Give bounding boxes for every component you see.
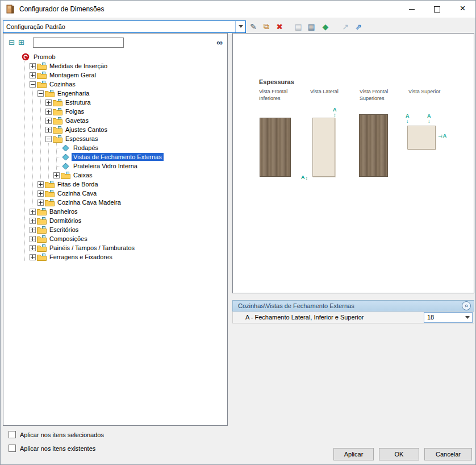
tree-expander-minus[interactable] — [28, 80, 36, 89]
tree-expander-plus[interactable] — [44, 116, 52, 125]
tools-icon[interactable]: ⇗ — [353, 20, 364, 33]
tree-item-label[interactable]: Fitas de Borda — [56, 180, 100, 188]
tree-item-label[interactable]: Ajustes Cantos — [64, 126, 109, 134]
collapse-section-button[interactable] — [462, 301, 471, 310]
apply-selected-checkbox[interactable] — [9, 431, 16, 438]
tree-item-label[interactable]: Cozinha Cava Madeira — [56, 198, 123, 206]
tree-expander-plus[interactable] — [36, 189, 44, 198]
tree-item-prateleira-vidro-interna[interactable]: Prateleira Vidro Interna — [3, 161, 227, 171]
tree-item-label[interactable]: Composições — [48, 235, 89, 243]
tree-item-label[interactable]: Escritórios — [48, 226, 80, 234]
tree-item-cozinhas[interactable]: Cozinhas — [3, 80, 227, 89]
tree-item-label[interactable]: Cozinha Cava — [56, 189, 98, 197]
tree-expander-plus[interactable] — [44, 125, 52, 134]
tree-expander-plus[interactable] — [44, 107, 52, 116]
maximize-button[interactable] — [424, 1, 450, 18]
tree-indent — [36, 171, 44, 180]
tree-indent — [20, 198, 28, 207]
tree-item-medidas-de-insercao[interactable]: Medidas de Inserção — [3, 61, 227, 70]
tree-expander-minus[interactable] — [44, 134, 52, 143]
tree-item-label[interactable]: Prateleira Vidro Interna — [72, 162, 139, 170]
tree-item-cozinha-cava[interactable]: Cozinha Cava — [3, 189, 227, 198]
tree-item-label[interactable]: Caixas — [72, 171, 94, 179]
dimension-marker: A — [333, 107, 337, 117]
tree-item-engenharia[interactable]: Engenharia — [3, 89, 227, 98]
dim-letter: A — [443, 134, 447, 139]
tree-item-espessuras[interactable]: Espessuras — [3, 134, 227, 143]
tree-expander-plus[interactable] — [28, 61, 36, 70]
minimize-button[interactable] — [399, 1, 424, 18]
minimize-icon — [409, 9, 415, 10]
tree-indent — [36, 125, 44, 134]
apply-button[interactable]: Aplicar — [333, 448, 374, 460]
tree-item-montagem-geral[interactable]: Montagem Geral — [3, 70, 227, 80]
tree-item-estrutura[interactable]: Estrutura — [3, 98, 227, 107]
tree-item-rodapes[interactable]: Rodapés — [3, 143, 227, 152]
rename-config-icon[interactable]: ✎ — [248, 20, 259, 33]
expand-all-icon[interactable]: ⊞ — [16, 38, 26, 47]
tree-item-label[interactable]: Cozinhas — [48, 80, 77, 88]
tree-expander-minus[interactable] — [36, 89, 44, 98]
tree-indent — [36, 98, 44, 107]
tree-item-promob[interactable]: Promob — [3, 52, 227, 61]
tree-item-vistas-de-fechamento-externas[interactable]: Vistas de Fechamento Externas — [3, 152, 227, 161]
tree-expander-plus[interactable] — [52, 171, 60, 180]
tree-item-paineis-tampos-tamburatos[interactable]: Painéis / Tampos / Tamburatos — [3, 243, 227, 252]
tree-expander-plus[interactable] — [44, 98, 52, 107]
collapse-all-icon[interactable]: ⊟ — [7, 38, 16, 47]
tree-item-escritorios[interactable]: Escritórios — [3, 225, 227, 234]
find-icon[interactable]: ∞ — [216, 39, 223, 47]
config-combobox[interactable]: Configuração Padrão — [3, 20, 246, 33]
plus-icon — [30, 254, 36, 260]
tree-expander-plus[interactable] — [28, 234, 36, 243]
tree-item-label[interactable]: Painéis / Tampos / Tamburatos — [48, 244, 136, 252]
tree-item-label[interactable]: Banheiros — [48, 207, 80, 215]
tree-item-dormitorios[interactable]: Dormitórios — [3, 216, 227, 225]
tree-expander-plus[interactable] — [28, 243, 36, 252]
tree-item-label[interactable]: Promob — [32, 53, 57, 61]
tree-expander-plus[interactable] — [36, 198, 44, 207]
tree-expander-plus[interactable] — [28, 225, 36, 234]
tree-expander-plus[interactable] — [28, 216, 36, 225]
search-input[interactable] — [33, 38, 124, 48]
copy-config-icon[interactable]: ⧉ — [261, 20, 272, 33]
chevron-down-icon[interactable] — [235, 21, 245, 32]
tree-expander-plus[interactable] — [28, 70, 36, 80]
tree-item-caixas[interactable]: Caixas — [3, 171, 227, 180]
ok-button[interactable]: OK — [379, 448, 419, 460]
tree-item-fitas-de-borda[interactable]: Fitas de Borda — [3, 180, 227, 189]
tree-item-ferragens-e-fixadores[interactable]: Ferragens e Fixadores — [3, 252, 227, 261]
link-icon[interactable]: ↗ — [340, 20, 351, 33]
chevron-down-icon[interactable] — [463, 316, 472, 319]
cancel-button[interactable]: Cancelar — [424, 448, 472, 460]
panel-front-inferior — [260, 118, 291, 177]
tree-item-label[interactable]: Montagem Geral — [48, 71, 98, 79]
tree-item-label[interactable]: Engenharia — [56, 89, 91, 97]
import-config-icon[interactable]: ▦ — [306, 20, 317, 33]
update-config-icon[interactable]: ◆ — [320, 20, 331, 33]
delete-config-icon[interactable]: ✖ — [274, 20, 285, 33]
tree-item-ajustes-cantos[interactable]: Ajustes Cantos — [3, 125, 227, 134]
tree-item-cozinha-cava-madeira[interactable]: Cozinha Cava Madeira — [3, 198, 227, 207]
tree-expander-plus[interactable] — [36, 180, 44, 189]
tree-expander-plus[interactable] — [28, 207, 36, 216]
tree-item-folgas[interactable]: Folgas — [3, 107, 227, 116]
tree-item-label[interactable]: Dormitórios — [48, 217, 83, 225]
tree-item-composicoes[interactable]: Composições — [3, 234, 227, 243]
apply-existing-checkbox[interactable] — [9, 445, 16, 452]
tree-item-label[interactable]: Gavetas — [64, 117, 90, 124]
tree-item-label[interactable]: Vistas de Fechamento Externas — [72, 153, 164, 161]
property-value-combobox[interactable]: 18 — [424, 312, 473, 323]
tree-item-label[interactable]: Rodapés — [72, 144, 100, 152]
tree-item-label[interactable]: Espessuras — [64, 135, 99, 143]
tree-item-banheiros[interactable]: Banheiros — [3, 207, 227, 216]
tree-item-label[interactable]: Estrutura — [64, 98, 93, 106]
save-config-icon[interactable]: ▤ — [293, 20, 304, 33]
tree-item-gavetas[interactable]: Gavetas — [3, 116, 227, 125]
close-button[interactable] — [450, 1, 475, 18]
folder-icon — [36, 80, 47, 89]
tree-item-label[interactable]: Folgas — [64, 107, 86, 115]
tree-item-label[interactable]: Ferragens e Fixadores — [48, 253, 114, 261]
tree-expander-plus[interactable] — [28, 252, 36, 261]
tree-item-label[interactable]: Medidas de Inserção — [48, 62, 109, 70]
